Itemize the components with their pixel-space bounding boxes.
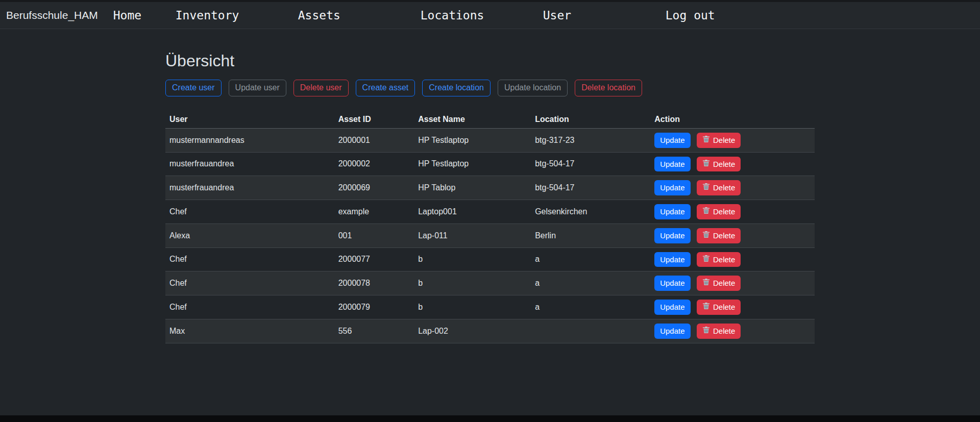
navbar: Berufsschule_HAM HomeInventoryAssetsLoca… xyxy=(0,2,980,29)
nav-menu: HomeInventoryAssetsLocationsUserLog out xyxy=(113,9,788,22)
delete-button[interactable]: Delete xyxy=(697,133,741,148)
table-row: Chef 2000077 b a Update xyxy=(165,247,815,271)
col-header-asset-name: Asset Name xyxy=(414,111,531,129)
table-row: Max 556 Lap-002 Update xyxy=(165,319,815,343)
cell-asset-id: 2000001 xyxy=(334,128,414,152)
cell-action: Update Delete xyxy=(650,176,815,200)
update-button[interactable]: Update xyxy=(654,300,690,315)
table-row: Chef 2000079 b a Update xyxy=(165,295,815,319)
delete-button[interactable]: Delete xyxy=(697,157,741,172)
cell-asset-name: b xyxy=(414,271,531,295)
cell-user: Max xyxy=(165,319,334,343)
update-button[interactable]: Update xyxy=(654,180,690,195)
create-user-button[interactable]: Create user xyxy=(165,80,222,96)
update-location-button[interactable]: Update location xyxy=(498,80,568,96)
cell-location: a xyxy=(531,247,650,271)
update-button[interactable]: Update xyxy=(654,133,690,148)
delete-button-label: Delete xyxy=(713,278,735,289)
main-content: Übersicht Create userUpdate userDelete u… xyxy=(165,52,815,343)
cell-user: Chef xyxy=(165,200,334,224)
wastebasket-icon xyxy=(702,230,710,241)
delete-button-label: Delete xyxy=(713,159,735,170)
page-title: Übersicht xyxy=(165,52,815,70)
cell-asset-id: 2000079 xyxy=(334,295,414,319)
window-bottom-edge xyxy=(0,415,980,422)
col-header-asset-id: Asset ID xyxy=(334,111,414,129)
delete-button[interactable]: Delete xyxy=(697,228,741,243)
cell-action: Update Delete xyxy=(650,247,815,271)
nav-list-item: Home xyxy=(113,9,176,22)
delete-button-label: Delete xyxy=(713,135,735,146)
cell-asset-name: Lap-002 xyxy=(414,319,531,343)
nav-item-locations[interactable]: Locations xyxy=(421,9,484,22)
update-button[interactable]: Update xyxy=(654,324,690,339)
delete-button-label: Delete xyxy=(713,302,735,313)
cell-asset-id: 2000002 xyxy=(334,152,414,176)
cell-location: btg-317-23 xyxy=(531,128,650,152)
create-location-button[interactable]: Create location xyxy=(422,80,491,96)
cell-asset-name: Laptop001 xyxy=(414,200,531,224)
wastebasket-icon xyxy=(702,135,710,146)
table-row: Chef 2000078 b a Update xyxy=(165,271,815,295)
delete-location-button[interactable]: Delete location xyxy=(575,80,642,96)
update-button[interactable]: Update xyxy=(654,157,690,172)
nav-item-home[interactable]: Home xyxy=(113,9,141,22)
cell-user: mustermannandreas xyxy=(165,128,334,152)
update-button[interactable]: Update xyxy=(654,276,690,291)
cell-user: musterfrauandrea xyxy=(165,176,334,200)
cell-user: Alexa xyxy=(165,224,334,247)
wastebasket-icon xyxy=(702,182,710,193)
nav-list-item: User xyxy=(543,9,666,22)
wastebasket-icon xyxy=(702,206,710,217)
update-user-button[interactable]: Update user xyxy=(229,80,286,96)
wastebasket-icon xyxy=(702,254,710,265)
create-asset-button[interactable]: Create asset xyxy=(356,80,415,96)
cell-asset-id: 001 xyxy=(334,224,414,247)
cell-action: Update Delete xyxy=(650,224,815,247)
nav-item-log-out[interactable]: Log out xyxy=(666,9,715,22)
cell-asset-name: HP Tablop xyxy=(414,176,531,200)
nav-item-user[interactable]: User xyxy=(543,9,571,22)
table-row: Chef example Laptop001 Gelsenkirchen Upd… xyxy=(165,200,815,224)
cell-action: Update Delete xyxy=(650,271,815,295)
table-row: musterfrauandrea 2000069 HP Tablop btg-5… xyxy=(165,176,815,200)
delete-user-button[interactable]: Delete user xyxy=(293,80,349,96)
delete-button[interactable]: Delete xyxy=(697,180,741,195)
delete-button[interactable]: Delete xyxy=(697,324,741,339)
cell-action: Update Delete xyxy=(650,295,815,319)
delete-button-label: Delete xyxy=(713,182,735,193)
cell-user: Chef xyxy=(165,271,334,295)
cell-user: Chef xyxy=(165,247,334,271)
cell-location: Gelsenkirchen xyxy=(531,200,650,224)
cell-action: Update Delete xyxy=(650,128,815,152)
delete-button-label: Delete xyxy=(713,206,735,217)
cell-asset-name: HP Testlaptop xyxy=(414,152,531,176)
cell-asset-id: 556 xyxy=(334,319,414,343)
navbar-brand[interactable]: Berufsschule_HAM xyxy=(6,9,98,21)
cell-action: Update Delete xyxy=(650,152,815,176)
delete-button-label: Delete xyxy=(713,254,735,265)
delete-button[interactable]: Delete xyxy=(697,300,741,315)
nav-list-item: Log out xyxy=(666,9,788,22)
table-row: mustermannandreas 2000001 HP Testlaptop … xyxy=(165,128,815,152)
update-button[interactable]: Update xyxy=(654,204,690,219)
cell-location: Berlin xyxy=(531,224,650,247)
nav-item-inventory[interactable]: Inventory xyxy=(176,9,239,22)
delete-button[interactable]: Delete xyxy=(697,276,741,291)
cell-asset-id: 2000069 xyxy=(334,176,414,200)
cell-location: a xyxy=(531,295,650,319)
update-button[interactable]: Update xyxy=(654,228,690,243)
cell-asset-id: example xyxy=(334,200,414,224)
cell-user: Chef xyxy=(165,295,334,319)
delete-button[interactable]: Delete xyxy=(697,252,741,267)
nav-item-assets[interactable]: Assets xyxy=(298,9,340,22)
action-toolbar: Create userUpdate userDelete userCreate … xyxy=(165,80,815,96)
cell-user: musterfrauandrea xyxy=(165,152,334,176)
wastebasket-icon xyxy=(702,159,710,170)
delete-button[interactable]: Delete xyxy=(697,204,741,219)
cell-asset-name: Lap-011 xyxy=(414,224,531,247)
cell-asset-name: HP Testlaptop xyxy=(414,128,531,152)
update-button[interactable]: Update xyxy=(654,252,690,267)
delete-button-label: Delete xyxy=(713,230,735,241)
asset-table: User Asset ID Asset Name Location Action… xyxy=(165,111,815,343)
